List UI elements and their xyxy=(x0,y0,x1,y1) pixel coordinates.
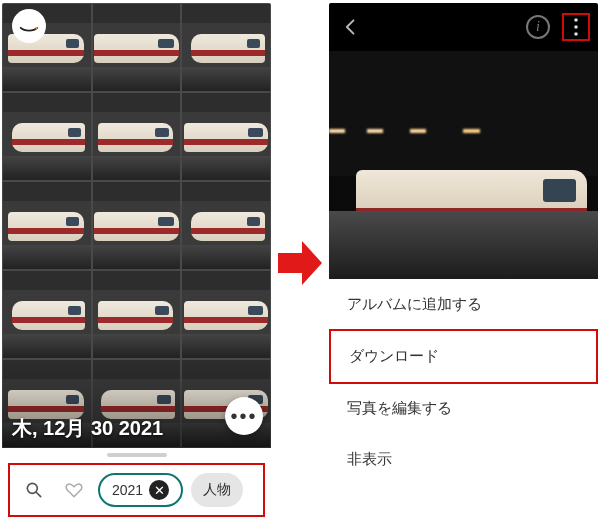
close-icon: ✕ xyxy=(154,484,165,497)
bottom-sheet-grabber[interactable] xyxy=(107,453,167,457)
photo-viewer[interactable] xyxy=(329,51,598,279)
viewer-topbar: i xyxy=(329,3,598,51)
search-icon xyxy=(24,480,44,500)
svg-line-1 xyxy=(37,493,41,497)
search-button[interactable] xyxy=(18,474,50,506)
photo-thumb[interactable] xyxy=(92,3,182,92)
photo-thumb[interactable] xyxy=(2,181,92,270)
flow-arrow xyxy=(276,233,324,293)
year-filter-chip[interactable]: 2021 ✕ xyxy=(98,473,183,507)
photo-thumb[interactable] xyxy=(2,270,92,359)
back-button[interactable] xyxy=(337,13,365,41)
photo-thumb[interactable] xyxy=(181,270,271,359)
info-button[interactable]: i xyxy=(526,15,550,39)
info-icon: i xyxy=(536,19,540,35)
clear-year-filter[interactable]: ✕ xyxy=(149,480,169,500)
photo-viewer-screen: i アルバムに追加する ダウンロード 写真を編集 xyxy=(329,3,598,523)
more-button[interactable]: ••• xyxy=(225,397,263,435)
arrow-left-icon xyxy=(341,17,361,37)
menu-add-to-album[interactable]: アルバムに追加する xyxy=(329,279,598,330)
menu-item-label: アルバムに追加する xyxy=(347,295,482,312)
heart-icon xyxy=(64,480,84,500)
profile-avatar[interactable] xyxy=(12,9,46,43)
kebab-icon xyxy=(569,17,583,37)
svg-point-2 xyxy=(574,18,578,22)
svg-point-0 xyxy=(27,483,37,493)
photo-full xyxy=(329,51,598,279)
photo-thumb[interactable] xyxy=(92,92,182,181)
gallery-screen: 木, 12月 30 2021 ••• 2021 ✕ 人物 xyxy=(2,3,271,523)
year-filter-label: 2021 xyxy=(112,482,143,498)
photo-thumb[interactable] xyxy=(181,92,271,181)
arrow-right-icon xyxy=(276,233,324,293)
photo-thumb[interactable] xyxy=(92,270,182,359)
filter-bar: 2021 ✕ 人物 xyxy=(8,463,265,517)
photo-grid xyxy=(2,3,271,448)
people-filter-label: 人物 xyxy=(203,481,231,499)
photo-thumb[interactable] xyxy=(2,92,92,181)
menu-item-label: ダウンロード xyxy=(349,347,439,364)
more-dots-icon: ••• xyxy=(230,405,257,428)
photo-thumb[interactable] xyxy=(2,359,92,448)
menu-item-label: 写真を編集する xyxy=(347,399,452,416)
people-filter-chip[interactable]: 人物 xyxy=(191,473,243,507)
photo-thumb[interactable] xyxy=(181,3,271,92)
photo-thumb[interactable] xyxy=(181,181,271,270)
menu-edit-photo[interactable]: 写真を編集する xyxy=(329,383,598,434)
svg-point-4 xyxy=(574,32,578,36)
menu-download[interactable]: ダウンロード xyxy=(329,329,598,384)
overflow-menu-button[interactable] xyxy=(562,13,590,41)
amazon-smile-icon xyxy=(18,15,40,37)
overflow-menu: アルバムに追加する ダウンロード 写真を編集する 非表示 xyxy=(329,279,598,485)
photo-thumb[interactable] xyxy=(92,181,182,270)
favorites-button[interactable] xyxy=(58,474,90,506)
menu-hide[interactable]: 非表示 xyxy=(329,434,598,485)
menu-item-label: 非表示 xyxy=(347,450,392,467)
svg-point-3 xyxy=(574,25,578,29)
photo-thumb[interactable] xyxy=(92,359,182,448)
